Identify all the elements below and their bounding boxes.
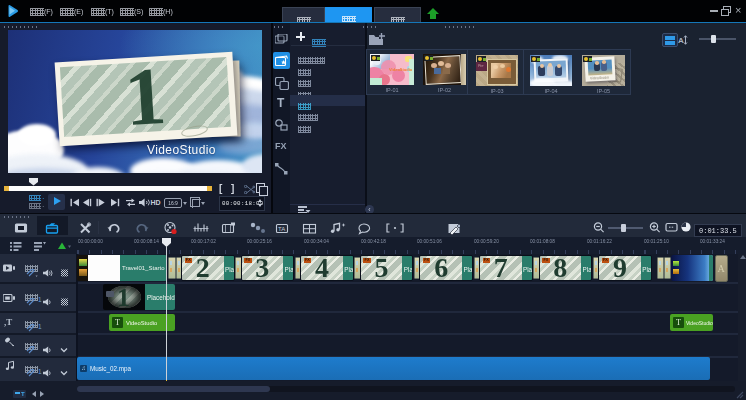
svg-text:TA: TA [278,226,285,232]
svg-text:A: A [678,36,684,45]
svg-text:HD: HD [151,199,161,206]
